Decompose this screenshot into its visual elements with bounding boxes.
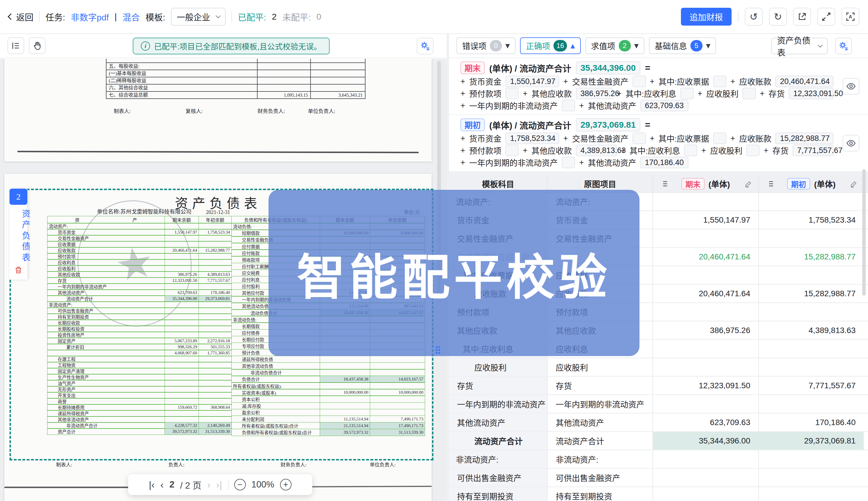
- end-value-cell[interactable]: 1,550,147.97: [653, 211, 759, 228]
- end-value-cell[interactable]: [653, 193, 759, 210]
- table-row[interactable]: 货币资金货币资金1,550,147.971,758,523.34: [449, 211, 868, 230]
- doc-ocr-row[interactable]: 长期借款: [232, 322, 425, 330]
- doc-ocr-row[interactable]: 应付票据: [232, 243, 425, 250]
- formula-item-value[interactable]: [562, 100, 575, 111]
- doc-ocr-row[interactable]: 流动负债:: [232, 223, 425, 230]
- table-row[interactable]: 应收账款应收账款20,460,471.6415,282,988.77: [449, 285, 868, 303]
- doc-ocr-row[interactable]: 货币资金1,550,147.971,758,523.34: [48, 229, 232, 236]
- doc-ocr-row[interactable]: 流动负债合计18,437,458.3814,023,167.57: [232, 309, 425, 316]
- table-row[interactable]: 其中:应收票据应收票据: [449, 266, 868, 285]
- end-value-cell[interactable]: [653, 487, 759, 501]
- begin-value-cell[interactable]: [759, 303, 864, 321]
- doc-ocr-row[interactable]: 应付账款: [232, 249, 425, 257]
- doc-ocr-row[interactable]: 累计折旧998,326.29501,555.33: [48, 344, 232, 350]
- doc-ocr-row[interactable]: 投资性房地产: [48, 332, 232, 338]
- selection-drag-handle[interactable]: [436, 346, 442, 356]
- formula-item-value[interactable]: 623,709.63: [640, 100, 688, 111]
- panel-scrollbar[interactable]: [862, 169, 866, 296]
- table-row[interactable]: 流动资产:流动资产:: [449, 193, 868, 211]
- begin-value-cell[interactable]: [759, 266, 864, 284]
- formula-item-value[interactable]: [632, 76, 646, 87]
- document-viewer[interactable]: 五、每股收益:(一)基本每股收益(二)稀释每股收益六、其他综合收益七、综合收益总…: [0, 59, 447, 501]
- formula-item-value[interactable]: [505, 88, 519, 99]
- table-row[interactable]: 流动资产合计流动资产合计35,344,396.0029,373,069.81: [449, 432, 868, 450]
- doc-ocr-row[interactable]: 其他应收款386,975.264,389,813.63: [48, 271, 232, 278]
- begin-value-cell[interactable]: [759, 469, 864, 486]
- export-button[interactable]: [793, 8, 811, 25]
- doc-ocr-row[interactable]: 交易性金融资产: [48, 235, 232, 242]
- end-value-cell[interactable]: [653, 395, 759, 413]
- doc-ocr-row[interactable]: 预收款项: [232, 256, 425, 263]
- toggle-visibility-button[interactable]: [843, 135, 859, 151]
- filter-errors[interactable]: 错误项 0 ▼: [457, 38, 515, 54]
- panel-settings-button[interactable]: [835, 38, 852, 54]
- doc-ocr-row[interactable]: 非流动资产合计4,228,577.322,140,269.49: [48, 422, 232, 429]
- doc-ocr-row[interactable]: 负债和所有者权益(或股东权益)总计39,572,973.3231,513,339…: [232, 429, 425, 436]
- edit-icon[interactable]: [850, 180, 858, 188]
- formula-item-value[interactable]: [632, 132, 646, 144]
- table-row[interactable]: 应收票据及应收账款20,460,471.6415,282,988.77: [449, 248, 868, 266]
- list-icon[interactable]: [660, 180, 669, 188]
- doc-ocr-row[interactable]: 非流动负债:: [232, 316, 425, 323]
- zoom-out-button[interactable]: −: [234, 479, 246, 490]
- prev-page-button[interactable]: ‹: [160, 480, 164, 490]
- end-value-cell[interactable]: 20,460,471.64: [653, 285, 759, 302]
- formula-item-value[interactable]: 4,389,813.63: [576, 145, 617, 156]
- begin-value-cell[interactable]: [759, 193, 864, 210]
- begin-value-cell[interactable]: [759, 395, 864, 413]
- begin-value-cell[interactable]: [759, 358, 864, 376]
- doc-ocr-row[interactable]: 工程物资: [48, 362, 232, 369]
- doc-ocr-row[interactable]: 实收资本(或股本)10,000,000.0010,000,000.00: [232, 389, 425, 396]
- end-value-cell[interactable]: 20,460,471.64: [653, 248, 759, 265]
- end-value-cell[interactable]: 35,344,396.00: [653, 432, 759, 449]
- doc-ocr-row[interactable]: 长期应付款: [232, 336, 425, 343]
- begin-value-cell[interactable]: 15,282,988.77: [759, 248, 864, 265]
- doc-ocr-row[interactable]: 短期借款10,000,000.006,000,000.00: [232, 230, 425, 237]
- end-value-cell[interactable]: [653, 340, 759, 358]
- table-row[interactable]: 一年内到期的非流动资产一年内到期的非流动资产: [449, 395, 868, 414]
- doc-ocr-row[interactable]: 固定资产清理: [48, 368, 232, 374]
- doc-ocr-row[interactable]: 资产总计39,572,973.3231,513,339.30: [48, 428, 232, 435]
- doc-ocr-row[interactable]: 流动资产合计35,344,396.0029,373,069.81: [48, 295, 232, 302]
- begin-value-cell[interactable]: 1,758,523.34: [759, 211, 864, 228]
- table-row[interactable]: 其他应收款其他应收款386,975.264,389,813.63: [449, 321, 868, 340]
- doc-ocr-row[interactable]: 其他非流动资产: [48, 416, 232, 423]
- filter-correct[interactable]: 正确项 16 ▲: [520, 38, 581, 54]
- doc-ocr-row[interactable]: 长期应收款: [48, 320, 232, 326]
- formula-item-value[interactable]: 7,771,557.67: [793, 145, 834, 156]
- back-button[interactable]: 返回: [9, 10, 33, 23]
- doc-ocr-row[interactable]: 4,068,907.601,771,360.85: [48, 350, 232, 356]
- first-page-button[interactable]: |‹: [149, 480, 155, 490]
- begin-value-cell[interactable]: 29,373,069.81: [759, 432, 864, 449]
- doc-ocr-row[interactable]: 可供出售金融资产: [48, 307, 232, 314]
- table-row[interactable]: 其中:应收利息应收利息: [449, 340, 868, 358]
- toggle-visibility-button[interactable]: [843, 78, 859, 95]
- document-scrollbar[interactable]: [437, 61, 441, 300]
- doc-ocr-row[interactable]: 非流动负债合计: [232, 369, 425, 376]
- doc-ocr-row[interactable]: 预计负债: [232, 349, 425, 356]
- doc-ocr-row[interactable]: 递延所得税负债: [232, 356, 425, 363]
- formula-item-value[interactable]: [746, 145, 760, 156]
- doc-ocr-row[interactable]: 递延所得税资产: [48, 410, 232, 417]
- doc-ocr-row[interactable]: 在建工程: [48, 356, 232, 362]
- doc-ocr-row[interactable]: 所有者权益(或股东权益)合计21,135,514.9417,490,171.73: [232, 422, 425, 429]
- doc-ocr-row[interactable]: 持有至到期投资: [48, 313, 232, 320]
- doc-ocr-row[interactable]: 未分配利润11,135,514.947,490,171.73: [232, 416, 425, 423]
- doc-ocr-row[interactable]: 减:库存股: [232, 402, 425, 409]
- begin-value-cell[interactable]: [759, 450, 864, 468]
- sheet-select[interactable]: 资产负债表: [771, 38, 828, 54]
- task-type-link[interactable]: 非数字pdf: [71, 10, 109, 23]
- end-value-cell[interactable]: [653, 469, 759, 486]
- begin-value-cell[interactable]: [759, 230, 864, 247]
- formula-item-value[interactable]: [743, 88, 756, 99]
- formula-item-value[interactable]: [713, 132, 726, 144]
- zoom-in-button[interactable]: +: [280, 479, 292, 490]
- doc-ocr-row[interactable]: 其他非流动负债: [232, 362, 425, 370]
- begin-value-cell[interactable]: 15,282,988.77: [759, 285, 864, 302]
- task-mode-link[interactable]: 混合: [123, 10, 140, 23]
- doc-ocr-row[interactable]: 非流动资产:: [48, 301, 232, 308]
- formula-item-value[interactable]: 20,460,471.64: [775, 76, 834, 87]
- begin-value-cell[interactable]: [759, 340, 864, 358]
- refresh-button[interactable]: ↻: [769, 8, 787, 25]
- formula-item-value[interactable]: 386,975.26: [576, 88, 613, 99]
